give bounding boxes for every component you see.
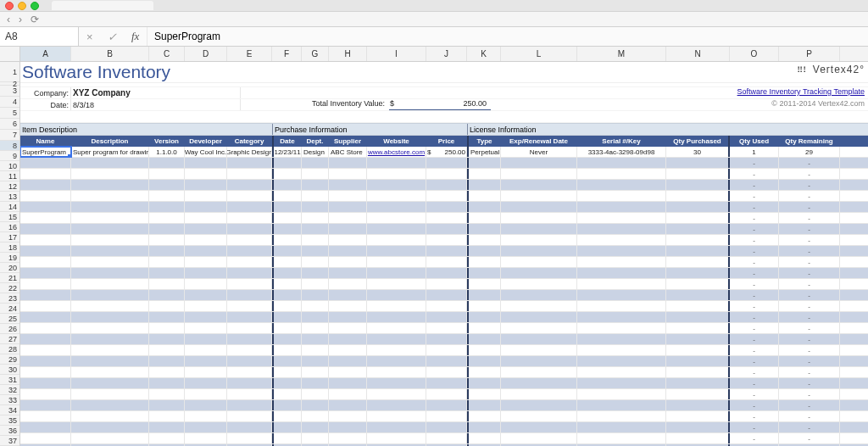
column-header[interactable]: P (779, 47, 840, 61)
cell[interactable] (501, 290, 577, 300)
cell[interactable] (329, 224, 367, 234)
cell[interactable] (20, 257, 71, 267)
cell[interactable] (227, 356, 272, 366)
cell[interactable] (71, 301, 149, 311)
cell[interactable]: - (730, 202, 779, 212)
cell-date[interactable]: 12/23/11 (272, 147, 302, 157)
cell[interactable] (501, 422, 577, 432)
cell[interactable] (272, 367, 302, 377)
cell[interactable] (185, 235, 227, 245)
cell[interactable] (149, 334, 185, 344)
row-header[interactable]: 20 (0, 263, 19, 273)
cell[interactable] (20, 213, 71, 223)
cell[interactable]: - (730, 169, 779, 179)
cell[interactable] (329, 180, 367, 190)
row-header[interactable]: 31 (0, 375, 19, 385)
cell[interactable] (272, 389, 302, 399)
cell[interactable] (71, 235, 149, 245)
cell[interactable] (329, 290, 367, 300)
cell[interactable]: - (730, 257, 779, 267)
cell[interactable] (71, 224, 149, 234)
cell[interactable] (367, 422, 426, 432)
cell[interactable] (666, 422, 730, 432)
cell[interactable] (227, 433, 272, 443)
cell[interactable] (666, 312, 730, 322)
cell[interactable] (227, 257, 272, 267)
row-header[interactable]: 3 (0, 86, 19, 97)
cell-version[interactable]: 1.1.0.0 (149, 147, 185, 157)
cell[interactable] (302, 356, 329, 366)
row-header[interactable]: 37 (0, 436, 19, 446)
cell[interactable] (501, 169, 577, 179)
cell[interactable] (577, 334, 666, 344)
cell[interactable] (227, 224, 272, 234)
cell[interactable] (227, 169, 272, 179)
cell[interactable]: - (779, 312, 840, 322)
cell[interactable] (149, 246, 185, 256)
cell[interactable] (227, 246, 272, 256)
table-row[interactable]: -- (20, 202, 868, 213)
cell[interactable] (367, 268, 426, 278)
cell[interactable] (71, 202, 149, 212)
cell[interactable] (501, 345, 577, 355)
cell[interactable] (272, 213, 302, 223)
cell[interactable] (329, 400, 367, 410)
cell[interactable] (666, 202, 730, 212)
cell[interactable] (185, 323, 227, 333)
cell[interactable] (71, 257, 149, 267)
cell[interactable] (71, 334, 149, 344)
cell[interactable] (227, 422, 272, 432)
cell[interactable] (185, 400, 227, 410)
cell[interactable] (272, 312, 302, 322)
row-header[interactable]: 33 (0, 395, 19, 405)
cell[interactable] (71, 400, 149, 410)
cell[interactable]: - (730, 235, 779, 245)
table-row[interactable]: -- (20, 224, 868, 235)
cell[interactable] (185, 378, 227, 388)
cell[interactable] (149, 389, 185, 399)
cell[interactable] (71, 345, 149, 355)
cell[interactable] (666, 268, 730, 278)
cell[interactable] (426, 378, 467, 388)
cell[interactable] (666, 345, 730, 355)
cell[interactable]: - (730, 312, 779, 322)
cell[interactable] (302, 180, 329, 190)
cell[interactable] (185, 411, 227, 421)
cell[interactable]: - (730, 268, 779, 278)
cell[interactable] (501, 279, 577, 289)
cell[interactable] (367, 433, 426, 443)
cell[interactable] (666, 301, 730, 311)
cell[interactable] (426, 290, 467, 300)
cell[interactable] (367, 290, 426, 300)
cell[interactable] (666, 290, 730, 300)
row-header[interactable]: 26 (0, 324, 19, 334)
table-row[interactable]: -- (20, 169, 868, 180)
cell[interactable] (149, 312, 185, 322)
cell[interactable] (426, 257, 467, 267)
table-row[interactable]: -- (20, 246, 868, 257)
cell[interactable] (227, 235, 272, 245)
cell[interactable] (329, 323, 367, 333)
cell[interactable] (501, 378, 577, 388)
cell[interactable] (302, 433, 329, 443)
row-header[interactable]: 13 (0, 192, 19, 202)
cell[interactable] (227, 191, 272, 201)
cell[interactable] (501, 301, 577, 311)
row-header[interactable]: 21 (0, 273, 19, 283)
cell[interactable] (577, 301, 666, 311)
cell[interactable] (577, 169, 666, 179)
cell[interactable] (501, 202, 577, 212)
cell[interactable] (329, 301, 367, 311)
cell[interactable] (149, 257, 185, 267)
cell[interactable] (367, 378, 426, 388)
cell[interactable] (367, 180, 426, 190)
cell[interactable] (302, 235, 329, 245)
row-header[interactable]: 6 (0, 119, 19, 130)
cell[interactable] (666, 169, 730, 179)
cell[interactable] (20, 235, 71, 245)
table-row[interactable]: -- (20, 312, 868, 323)
cell[interactable] (227, 367, 272, 377)
cell[interactable] (149, 235, 185, 245)
table-row[interactable]: -- (20, 180, 868, 191)
table-row[interactable]: -- (20, 191, 868, 202)
